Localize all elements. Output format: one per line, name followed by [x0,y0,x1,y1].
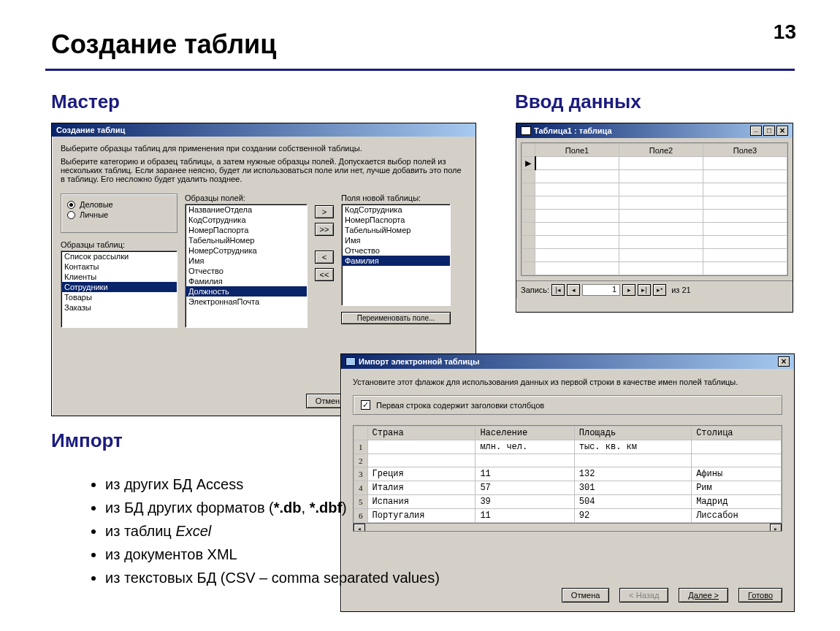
move-addall-button[interactable]: >> [315,223,334,236]
wizard-intro1: Выберите образцы таблиц для применения п… [61,144,467,153]
wizard-title: Создание таблиц [56,126,471,134]
table-title: Таблица1 : таблица [534,126,750,135]
maximize-button[interactable] [763,126,775,136]
col-header-3[interactable]: Поле3 [703,144,787,157]
list-item[interactable]: Имя [186,256,307,266]
newfields-list[interactable]: КодСотрудникаНомерПаспортаТабельныйНомер… [341,204,451,306]
import-back-button[interactable]: < Назад [619,588,668,603]
import-sources-list: из других БД Accessиз БД других форматов… [76,473,440,590]
section-input: Ввод данных [515,91,641,113]
list-item[interactable]: Товары [61,292,177,302]
list-item: из документов XML [105,543,440,565]
radio-personal[interactable]: Личные [67,210,171,219]
record-navigator: Запись: |◂ ◂ 1 ▸ ▸| ▸* из 21 [516,280,793,299]
newfields-label: Поля новой таблицы: [341,194,451,202]
nav-total-label: из 21 [671,286,690,294]
close-button[interactable] [776,126,788,136]
nav-label: Запись: [521,286,549,294]
import-close-button[interactable] [778,356,790,367]
list-item[interactable]: Фамилия [342,256,450,266]
list-item[interactable]: Фамилия [186,276,307,286]
move-remove-button[interactable]: < [315,251,334,264]
move-removeall-button[interactable]: << [315,268,334,281]
import-cancel-button[interactable]: Отмена [562,588,609,603]
list-item: из таблиц Excel [105,520,440,542]
import-title: Импорт электронной таблицы [359,357,778,366]
radio-business[interactable]: Деловые [67,200,171,209]
nav-first-button[interactable]: |◂ [551,284,565,296]
list-item: из других БД Access [105,473,440,495]
nav-prev-button[interactable]: ◂ [567,284,580,296]
wizard-titlebar: Создание таблиц [52,123,476,137]
minimize-button[interactable] [750,126,762,136]
list-item[interactable]: Отчество [186,266,307,276]
list-item: из текстовых БД (CSV – comma separated v… [105,567,440,589]
list-item[interactable]: Клиенты [61,272,177,282]
section-master: Мастер [51,91,120,113]
list-item[interactable]: КодСотрудника [186,215,307,225]
title-rule [45,69,795,71]
checkbox-label: Первая строка содержит заголовки столбцо… [376,401,544,410]
list-item[interactable]: НазваниеОтдела [186,204,307,215]
list-item[interactable]: НомерПаспорта [186,225,307,235]
table-titlebar: Таблица1 : таблица [516,123,793,138]
list-item[interactable]: ТабельныйНомер [342,225,450,235]
list-item[interactable]: Отчество [342,245,450,256]
samples-list[interactable]: Список рассылкиКонтактыКлиентыСотрудники… [61,251,177,328]
list-item[interactable]: НомерПаспорта [342,215,450,225]
samples-label: Образцы таблиц: [61,240,177,249]
import-icon [345,357,356,366]
nav-last-button[interactable]: ▸| [638,284,651,296]
scroll-right-button[interactable]: ▸ [770,524,782,532]
fields-list[interactable]: НазваниеОтделаКодСотрудникаНомерПаспорта… [185,204,308,328]
fields-label: Образцы полей: [185,194,308,202]
list-item: из БД других форматов (*.db, *.dbf) [105,497,440,519]
col-header-1[interactable]: Поле1 [535,144,619,157]
first-row-headers-checkbox[interactable]: ✓ Первая строка содержит заголовки столб… [353,395,782,415]
list-item[interactable]: Сотрудники [61,282,177,292]
list-item[interactable]: НомерСотрудника [186,245,307,256]
page-title: Создание таблиц [51,29,276,60]
nav-next-button[interactable]: ▸ [622,284,635,296]
import-instructions: Установите этот флажок для использования… [353,378,782,386]
table-icon [521,126,531,135]
radio-business-label: Деловые [80,200,113,209]
import-finish-button[interactable]: Готово [738,588,782,603]
radio-personal-label: Личные [80,210,108,219]
import-next-button[interactable]: Далее > [679,588,728,603]
checkmark-icon: ✓ [361,400,370,410]
list-item[interactable]: Список рассылки [61,251,177,261]
list-item[interactable]: ТабельныйНомер [186,235,307,245]
list-item[interactable]: Должность [186,286,307,297]
data-grid[interactable]: Поле1 Поле2 Поле3 ▶ [522,143,787,275]
list-item[interactable]: ЭлектроннаяПочта [186,297,307,307]
col-header-2[interactable]: Поле2 [619,144,703,157]
list-item[interactable]: Заказы [61,302,177,313]
list-item[interactable]: Имя [342,235,450,245]
import-titlebar: Импорт электронной таблицы [341,354,794,369]
page-number: 13 [774,20,796,44]
table-window: Таблица1 : таблица Поле1 Поле2 Поле3 ▶ [516,123,793,313]
wizard-intro2: Выберите категорию и образец таблицы, а … [61,157,467,183]
move-add-button[interactable]: > [315,205,334,218]
section-import: Импорт [51,429,123,452]
nav-new-button[interactable]: ▸* [653,284,666,296]
list-item[interactable]: Контакты [61,261,177,272]
rename-field-button[interactable]: Переименовать поле... [341,312,451,324]
list-item[interactable]: КодСотрудника [342,204,450,215]
nav-record-field[interactable]: 1 [582,284,620,296]
